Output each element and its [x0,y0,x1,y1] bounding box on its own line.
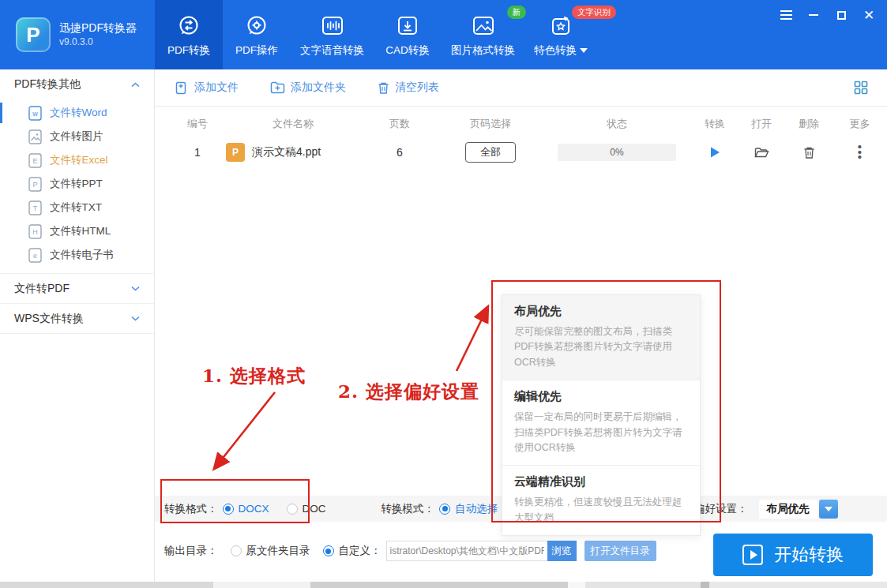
add-file-button[interactable]: 添加文件 [175,81,239,95]
pref-setting-label: 偏好设置： [694,502,748,516]
dropdown-arrow-button[interactable] [819,500,838,519]
clear-list-label: 清空列表 [395,81,439,95]
row-number: 1 [169,146,226,159]
minimize-button[interactable] [806,8,821,22]
main-panel: 添加文件 添加文件夹 清空列表 编号 文件名称 页数 页码选择 状态 转换 打开… [155,69,887,582]
nav-tab-pdf-convert[interactable]: PDF转换 [155,0,223,69]
chevron-down-icon [131,286,140,291]
col-header-no: 编号 [169,117,226,131]
sidebar-item-label: 文件转Excel [50,153,108,167]
browse-button[interactable]: 浏览 [547,541,577,561]
sidebar-item-to-image[interactable]: 文件转图片 [0,125,154,148]
col-header-filename: 文件名称 [226,117,360,131]
sidebar-item-to-ppt[interactable]: P 文件转PPT [0,172,154,196]
output-path-input[interactable] [386,541,547,561]
start-convert-button[interactable]: 开始转换 [713,534,873,576]
nav-tab-special-convert[interactable]: 文字识别 特色转换 [524,0,597,69]
pref-option-title: 布局优先 [514,304,688,319]
sidebar-item-to-excel[interactable]: E 文件转Excel [0,148,154,172]
svg-text:w: w [32,110,38,118]
pref-option-title: 编辑优先 [514,389,688,404]
ppt-file-type-icon: P [226,143,245,162]
convert-row-button[interactable] [692,146,738,159]
sidebar-section-file-to-pdf[interactable]: 文件转PDF [0,274,154,304]
page-select-button[interactable]: 全部 [465,142,516,163]
nav-tab-cad-convert[interactable]: CAD转换 [374,0,442,69]
file-name: 演示文稿4.ppt [252,145,321,159]
radio-custom-dir[interactable]: 自定义： [323,544,381,558]
sidebar-item-to-word[interactable]: w 文件转Word [0,101,154,125]
waveform-icon [320,13,345,38]
svg-text:H: H [32,228,38,236]
grid-icon [854,81,868,95]
radio-icon [223,504,234,515]
nav-tab-label: 特色转换 [534,43,577,58]
cad-download-icon [396,13,419,38]
radio-icon [439,504,450,515]
delete-row-button[interactable] [785,146,833,159]
radio-doc[interactable]: DOC [287,503,326,515]
app-version: v9.0.3.0 [59,36,137,48]
sidebar-item-to-html[interactable]: H 文件转HTML [0,219,154,243]
add-file-label: 添加文件 [194,81,239,95]
sidebar-item-to-txt[interactable]: T 文件转TXT [0,196,154,219]
radio-docx[interactable]: DOCX [223,503,269,515]
add-folder-icon [270,81,285,94]
col-header-open: 打开 [738,117,785,131]
nav-tab-label: PDF转换 [167,43,210,58]
sidebar-section-pdf-to-other[interactable]: PDF转换其他 [0,69,154,99]
radio-auto-select[interactable]: 自动选择 [439,502,498,516]
add-folder-button[interactable]: 添加文件夹 [270,81,346,95]
preference-value: 布局优先 [759,500,817,519]
sidebar-item-to-ebook[interactable]: e 文件转电子书 [0,243,154,267]
pref-option-cloud-ocr[interactable]: 云端精准识别 转换更精准，但速度较慢且无法处理超大型文档 [502,466,700,535]
image-icon [471,13,496,38]
app-window: P 迅捷PDF转换器 v9.0.3.0 PDF转换 PDF操作 [0,0,887,582]
pref-option-layout-first[interactable]: 布局优先 尽可能保留完整的图文布局，扫描类PDF转换若想将图片转为文字请使用OC… [502,295,700,380]
transfer-icon [177,13,201,38]
nav-tab-image-format[interactable]: 新 图片格式转换 [442,0,524,69]
menu-icon[interactable] [779,8,793,22]
output-row: 输出目录： 原文件夹目录 自定义： 浏览 打开文件目录 [164,541,656,561]
html-file-icon: H [28,224,42,239]
excel-file-icon: E [28,153,42,168]
nav-tab-text-speech[interactable]: 文字语音转换 [291,0,374,69]
pref-option-edit-first[interactable]: 编辑优先 保留一定布局的同时更易于后期编辑，扫描类PDF转换若想将图片转为文字请… [502,380,700,466]
trash-icon [803,146,815,159]
table-row: 1 P 演示文稿4.ppt 6 全部 0% ••• [155,137,887,168]
close-button[interactable]: ✕ [862,8,876,22]
svg-text:T: T [33,204,38,212]
nav-tab-pdf-operate[interactable]: PDF操作 [223,0,291,69]
section-label: WPS文件转换 [14,312,84,326]
sidebar-section-wps-convert[interactable]: WPS文件转换 [0,304,154,334]
radio-icon [287,504,298,515]
header: P 迅捷PDF转换器 v9.0.3.0 PDF转换 PDF操作 [0,0,887,69]
chevron-down-icon [580,48,588,53]
window-controls: ✕ [779,8,876,22]
app-logo: P 迅捷PDF转换器 v9.0.3.0 [0,0,155,69]
open-file-button[interactable] [738,147,785,159]
start-convert-label: 开始转换 [774,543,844,567]
nav-tab-label: CAD转换 [385,43,430,58]
col-header-status: 状态 [542,117,692,131]
sidebar-item-label: 文件转Word [50,106,107,120]
radio-original-folder[interactable]: 原文件夹目录 [231,544,310,558]
txt-file-icon: T [28,200,42,215]
layout-grid-button[interactable] [854,81,868,95]
col-header-delete: 删除 [785,117,833,131]
more-actions-button[interactable]: ••• [833,144,887,160]
maximize-button[interactable] [834,8,848,22]
table-header: 编号 文件名称 页数 页码选择 状态 转换 打开 删除 更多 [155,111,887,137]
col-header-page-select: 页码选择 [439,117,542,131]
open-directory-button[interactable]: 打开文件目录 [584,541,656,561]
word-file-icon: w [28,106,42,121]
col-header-more: 更多 [833,117,887,131]
radio-icon [323,545,334,556]
preference-select[interactable]: 布局优先 [759,500,838,519]
section-label: 文件转PDF [14,282,70,296]
image-file-icon [28,129,42,144]
format-label: 转换格式： [164,502,218,516]
pref-option-desc: 保留一定布局的同时更易于后期编辑，扫描类PDF转换若想将图片转为文字请使用OCR… [514,410,688,455]
clear-list-button[interactable]: 清空列表 [378,81,439,95]
sidebar: PDF转换其他 w 文件转Word 文件转图片 E 文件转Excel P 文件转… [0,69,155,582]
